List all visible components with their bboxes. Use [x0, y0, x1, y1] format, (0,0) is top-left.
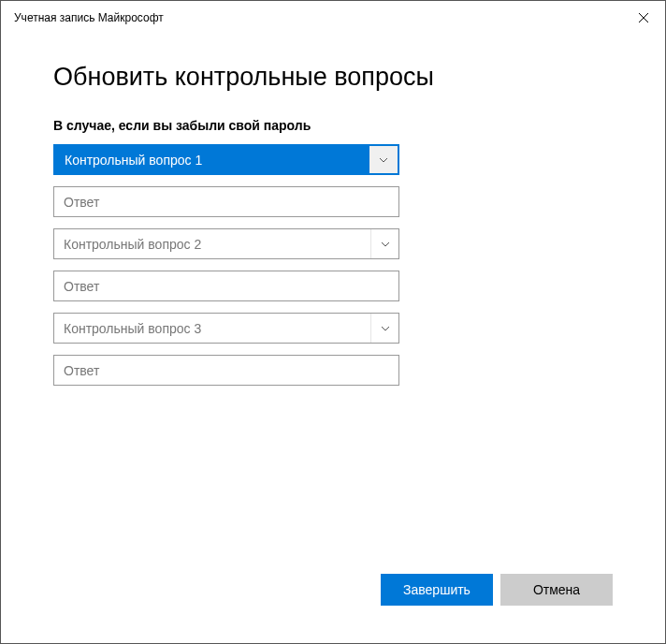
security-answer-3-input[interactable]: [53, 355, 399, 386]
button-row: Завершить Отмена: [53, 574, 613, 624]
close-button[interactable]: [622, 1, 665, 35]
finish-button[interactable]: Завершить: [381, 574, 493, 606]
security-question-1-select[interactable]: Контрольный вопрос 1: [53, 144, 399, 175]
cancel-button[interactable]: Отмена: [500, 574, 613, 606]
security-question-1-text: Контрольный вопрос 1: [55, 153, 369, 168]
security-question-3-text: Контрольный вопрос 3: [54, 321, 370, 336]
close-icon: [639, 13, 648, 22]
security-question-2-text: Контрольный вопрос 2: [54, 237, 370, 252]
content-area: Обновить контрольные вопросы В случае, е…: [1, 35, 665, 643]
chevron-down-icon: [370, 314, 398, 343]
dialog-window: Учетная запись Майкрософт Обновить контр…: [0, 0, 666, 644]
chevron-down-icon: [370, 229, 398, 258]
chevron-down-icon: [369, 146, 398, 173]
titlebar: Учетная запись Майкрософт: [1, 1, 665, 35]
page-title: Обновить контрольные вопросы: [53, 63, 613, 92]
page-subtitle: В случае, если вы забыли свой пароль: [53, 118, 613, 133]
security-answer-2-input[interactable]: [53, 271, 399, 301]
window-title: Учетная запись Майкрософт: [14, 11, 164, 24]
security-answer-1-input[interactable]: [53, 186, 399, 217]
security-question-2-select[interactable]: Контрольный вопрос 2: [53, 228, 399, 259]
security-question-3-select[interactable]: Контрольный вопрос 3: [53, 313, 399, 344]
